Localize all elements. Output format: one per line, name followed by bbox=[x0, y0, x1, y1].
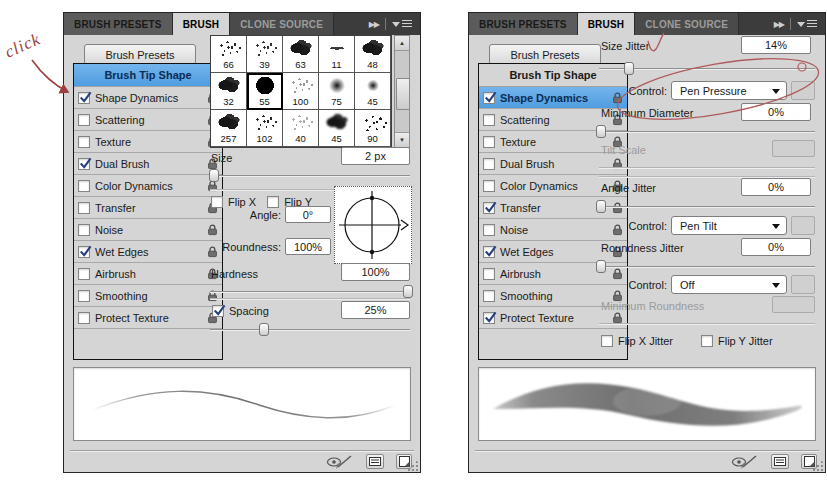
tab-brush[interactable]: BRUSH bbox=[173, 13, 231, 35]
size-jitter-value[interactable]: 14% bbox=[741, 36, 811, 54]
brush-preset-cell[interactable]: 11 bbox=[319, 36, 355, 73]
checkbox[interactable] bbox=[483, 158, 495, 170]
resize-grip[interactable] bbox=[813, 460, 824, 471]
angle-jitter-slider[interactable] bbox=[599, 200, 815, 214]
sidebar-item-wet-edges[interactable]: Wet Edges bbox=[74, 241, 222, 263]
tab-brush[interactable]: BRUSH bbox=[578, 13, 636, 35]
sidebar-item-color-dynamics[interactable]: Color Dynamics bbox=[74, 175, 222, 197]
checkbox[interactable] bbox=[78, 114, 90, 126]
checkbox[interactable] bbox=[483, 246, 495, 258]
size-slider[interactable] bbox=[210, 169, 410, 183]
size-jitter-slider[interactable] bbox=[599, 62, 815, 76]
checkbox[interactable] bbox=[483, 224, 495, 236]
preset-manager-icon[interactable] bbox=[366, 454, 384, 469]
sidebar-item-smoothing[interactable]: Smoothing bbox=[74, 285, 222, 307]
eye-brush-icon[interactable] bbox=[326, 454, 354, 472]
sidebar-item-airbrush[interactable]: Airbrush bbox=[74, 263, 222, 285]
scroll-down-icon[interactable]: ▼ bbox=[395, 132, 409, 147]
checkbox[interactable] bbox=[78, 312, 90, 324]
lock-icon[interactable] bbox=[205, 224, 218, 236]
scrollbar-thumb[interactable] bbox=[396, 78, 410, 110]
sidebar-item-noise[interactable]: Noise bbox=[74, 219, 222, 241]
brush-preset-cell[interactable]: 39 bbox=[247, 36, 283, 73]
angle-control-dropdown[interactable]: Pen Tilt bbox=[671, 216, 787, 235]
tab-clone-source[interactable]: CLONE SOURCE bbox=[230, 13, 334, 35]
collapse-panels-icon[interactable]: ▶▶ bbox=[369, 20, 379, 29]
sidebar-item-dual-brush[interactable]: Dual Brush bbox=[74, 153, 222, 175]
flip-x-checkbox[interactable] bbox=[211, 196, 223, 208]
panel-menu-icon[interactable] bbox=[392, 20, 412, 28]
hardness-value[interactable]: 100% bbox=[341, 263, 410, 281]
slider-thumb[interactable] bbox=[209, 169, 219, 182]
minimum-diameter-slider[interactable] bbox=[599, 125, 815, 139]
collapse-panels-icon[interactable]: ▶▶ bbox=[774, 20, 784, 29]
angle-value[interactable]: 0° bbox=[285, 206, 331, 223]
checkbox[interactable] bbox=[483, 290, 495, 302]
brush-preset-cell[interactable]: 63 bbox=[283, 36, 319, 73]
size-control-dropdown[interactable]: Pen Pressure bbox=[671, 81, 787, 100]
resize-grip[interactable] bbox=[408, 460, 419, 471]
tab-brush-presets[interactable]: BRUSH PRESETS bbox=[64, 13, 173, 35]
scroll-up-icon[interactable]: ▲ bbox=[395, 36, 409, 51]
brush-preset-cell[interactable]: 32 bbox=[211, 73, 247, 110]
brush-preset-cell[interactable]: 66 bbox=[211, 36, 247, 73]
hardness-slider[interactable] bbox=[210, 285, 410, 299]
size-value[interactable]: 2 px bbox=[341, 147, 410, 165]
sidebar-header-brush-tip-shape[interactable]: Brush Tip Shape bbox=[74, 64, 222, 87]
checkbox[interactable] bbox=[78, 92, 90, 104]
brush-preset-cell[interactable]: 100 bbox=[283, 73, 319, 110]
flip-y-checkbox[interactable] bbox=[267, 196, 279, 208]
checkbox[interactable] bbox=[483, 114, 495, 126]
checkbox[interactable] bbox=[483, 202, 495, 214]
roundness-control-dropdown[interactable]: Off bbox=[671, 275, 787, 294]
checkbox[interactable] bbox=[78, 268, 90, 280]
slider-thumb[interactable] bbox=[596, 200, 606, 213]
spacing-checkbox[interactable] bbox=[212, 305, 224, 317]
preset-manager-icon[interactable] bbox=[771, 454, 789, 469]
checkbox[interactable] bbox=[78, 158, 90, 170]
brush-preset-cell[interactable]: 75 bbox=[319, 73, 355, 110]
brush-preset-cell[interactable]: 45 bbox=[319, 110, 355, 147]
checkbox[interactable] bbox=[483, 180, 495, 192]
brush-preset-cell[interactable]: 55 bbox=[247, 73, 283, 110]
sidebar-item-protect-texture[interactable]: Protect Texture bbox=[74, 307, 222, 329]
checkbox[interactable] bbox=[78, 180, 90, 192]
brush-presets-button[interactable]: Brush Presets bbox=[489, 44, 601, 65]
slider-thumb[interactable] bbox=[596, 125, 606, 138]
brush-preset-cell[interactable]: 48 bbox=[355, 36, 391, 73]
roundness-jitter-slider[interactable] bbox=[599, 260, 815, 274]
checkbox[interactable] bbox=[78, 136, 90, 148]
grid-scrollbar[interactable]: ▲ ▼ bbox=[394, 35, 410, 148]
checkbox[interactable] bbox=[483, 312, 495, 324]
sidebar-item-texture[interactable]: Texture bbox=[74, 131, 222, 153]
flip-x-jitter-checkbox[interactable] bbox=[601, 335, 613, 347]
spacing-value[interactable]: 25% bbox=[341, 301, 410, 319]
sidebar-item-scattering[interactable]: Scattering bbox=[74, 109, 222, 131]
checkbox[interactable] bbox=[483, 136, 495, 148]
angle-jitter-value[interactable]: 0% bbox=[741, 178, 811, 196]
slider-thumb[interactable] bbox=[403, 285, 413, 298]
brush-preset-cell[interactable]: 257 bbox=[211, 110, 247, 147]
tab-brush-presets[interactable]: BRUSH PRESETS bbox=[469, 13, 578, 35]
checkbox[interactable] bbox=[483, 92, 495, 104]
spacing-slider[interactable] bbox=[210, 323, 410, 337]
panel-menu-icon[interactable] bbox=[797, 20, 817, 28]
brush-preset-cell[interactable]: 45 bbox=[355, 73, 391, 110]
roundness-value[interactable]: 100% bbox=[285, 238, 331, 255]
checkbox[interactable] bbox=[483, 268, 495, 280]
slider-thumb[interactable] bbox=[259, 323, 269, 336]
brush-preset-cell[interactable]: 90 bbox=[355, 110, 391, 147]
roundness-jitter-value[interactable]: 0% bbox=[741, 238, 811, 256]
brush-preset-cell[interactable]: 40 bbox=[283, 110, 319, 147]
checkbox[interactable] bbox=[78, 202, 90, 214]
slider-thumb[interactable] bbox=[624, 62, 634, 75]
sidebar-item-transfer[interactable]: Transfer bbox=[74, 197, 222, 219]
checkbox[interactable] bbox=[78, 224, 90, 236]
flip-y-jitter-checkbox[interactable] bbox=[701, 335, 713, 347]
sidebar-item-shape-dynamics[interactable]: Shape Dynamics bbox=[74, 87, 222, 109]
eye-brush-icon[interactable] bbox=[731, 454, 759, 472]
brush-preset-cell[interactable]: 102 bbox=[247, 110, 283, 147]
brush-presets-button[interactable]: Brush Presets bbox=[84, 44, 196, 65]
angle-roundness-control[interactable] bbox=[334, 186, 412, 264]
minimum-diameter-value[interactable]: 0% bbox=[741, 103, 811, 121]
